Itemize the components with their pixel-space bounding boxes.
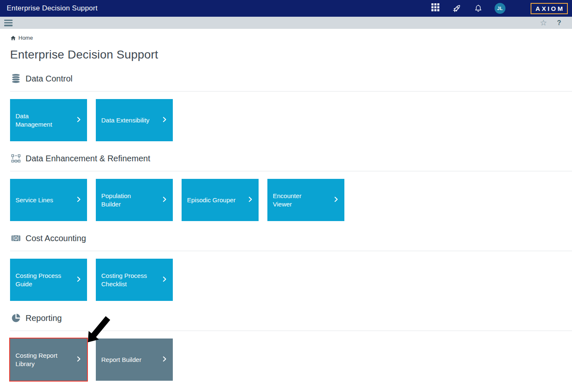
section-divider xyxy=(10,171,572,171)
section-divider xyxy=(10,91,572,92)
notifications-bell-icon[interactable] xyxy=(473,3,483,13)
section-divider xyxy=(10,251,572,251)
section-data-control: Data Control Data Management Data Extens… xyxy=(0,72,572,141)
tile-costing-process-checklist[interactable]: Costing Process Checklist xyxy=(96,259,173,301)
section-cost-accounting: 1 Cost Accounting Costing Process Guide … xyxy=(0,232,572,301)
section-reporting: Reporting Costing Report Library Report … xyxy=(0,312,572,381)
section-header: 1 Cost Accounting xyxy=(10,232,572,244)
user-avatar[interactable]: JL xyxy=(495,3,505,14)
section-title: Cost Accounting xyxy=(26,234,86,243)
tile-label: Episodic Grouper xyxy=(182,196,236,204)
tile-label: Service Lines xyxy=(10,196,53,204)
chevron-right-icon xyxy=(333,196,339,204)
toolbar-right-group: ☆ ? xyxy=(540,19,561,27)
tile-episodic-grouper[interactable]: Episodic Grouper xyxy=(182,179,259,221)
tile-row: Costing Report Library Report Builder xyxy=(10,339,562,381)
banknote-icon: 1 xyxy=(10,232,22,244)
chevron-right-icon xyxy=(75,116,82,125)
breadcrumb[interactable]: Home xyxy=(10,35,33,41)
chevron-right-icon xyxy=(161,196,168,204)
section-header: Reporting xyxy=(10,312,572,324)
favorite-star-icon[interactable]: ☆ xyxy=(540,19,547,27)
tile-label: Costing Report Library xyxy=(10,351,57,368)
tile-population-builder[interactable]: Population Builder xyxy=(96,179,173,221)
tile-encounter-viewer[interactable]: Encounter Viewer xyxy=(267,179,344,221)
tile-label: Encounter Viewer xyxy=(267,192,301,208)
tile-row: Service Lines Population Builder Episodi… xyxy=(10,179,562,221)
section-title: Data Control xyxy=(26,74,72,84)
chevron-right-icon xyxy=(75,276,82,284)
chevron-right-icon xyxy=(161,356,168,364)
tile-row: Data Management Data Extensibility xyxy=(10,99,562,141)
chevron-right-icon xyxy=(75,356,82,364)
axiom-logo: AXIOM xyxy=(531,3,568,14)
tile-label: Report Builder xyxy=(96,356,141,364)
navbar-icon-group: JL xyxy=(431,3,505,14)
tile-label: Data Management xyxy=(10,112,52,128)
pie-chart-icon xyxy=(10,312,22,324)
section-title: Reporting xyxy=(26,313,62,323)
tile-report-builder[interactable]: Report Builder xyxy=(96,339,173,381)
tile-costing-report-library[interactable]: Costing Report Library xyxy=(10,339,87,381)
tile-row: Costing Process Guide Costing Process Ch… xyxy=(10,259,562,301)
tile-label: Costing Process Guide xyxy=(10,272,61,288)
tile-data-management[interactable]: Data Management xyxy=(10,99,87,141)
chevron-right-icon xyxy=(247,196,254,204)
breadcrumb-home-label[interactable]: Home xyxy=(18,35,33,41)
tile-label: Costing Process Checklist xyxy=(96,272,147,288)
chevron-right-icon xyxy=(75,196,82,204)
tile-label: Population Builder xyxy=(96,192,131,208)
tile-data-extensibility[interactable]: Data Extensibility xyxy=(96,99,173,141)
hamburger-menu-icon[interactable] xyxy=(4,20,13,26)
home-icon xyxy=(10,35,16,41)
section-divider xyxy=(10,331,572,331)
section-data-enhancement: Data Enhancement & Refinement Service Li… xyxy=(0,152,572,221)
secondary-toolbar: ☆ ? xyxy=(0,17,572,29)
selection-frame-icon xyxy=(10,153,22,164)
tile-costing-process-guide[interactable]: Costing Process Guide xyxy=(10,259,87,301)
section-header: Data Control xyxy=(10,72,572,85)
section-header: Data Enhancement & Refinement xyxy=(10,152,572,165)
page-title: Enterprise Decision Support xyxy=(10,48,562,61)
section-title: Data Enhancement & Refinement xyxy=(26,154,150,163)
app-title: Enterprise Decision Support xyxy=(7,4,97,13)
help-icon[interactable]: ? xyxy=(557,19,561,27)
chevron-right-icon xyxy=(161,276,168,284)
rocket-icon[interactable] xyxy=(452,3,462,13)
svg-text:1: 1 xyxy=(15,237,17,240)
database-icon xyxy=(10,73,22,84)
tile-service-lines[interactable]: Service Lines xyxy=(10,179,87,221)
tile-label: Data Extensibility xyxy=(96,116,149,125)
apps-grid-icon[interactable] xyxy=(431,3,441,13)
chevron-right-icon xyxy=(161,116,168,125)
top-navbar: Enterprise Decision Support JL AXIOM xyxy=(0,0,572,17)
